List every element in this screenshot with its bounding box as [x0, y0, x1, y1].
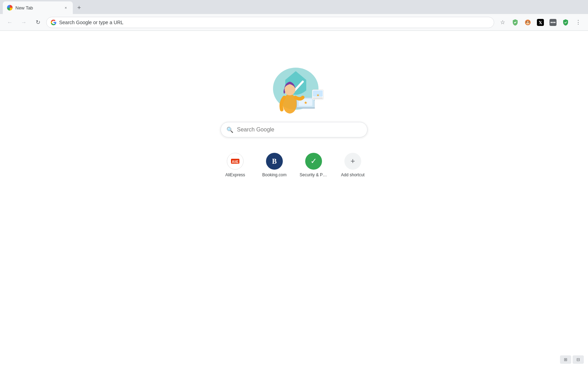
extension-more-button[interactable]	[547, 17, 559, 28]
search-input[interactable]	[237, 127, 362, 133]
svg-text:𝕏: 𝕏	[539, 20, 542, 25]
tab-title: New Tab	[15, 5, 60, 11]
search-bar[interactable]: 🔍	[220, 122, 368, 137]
refresh-icon: ↻	[36, 19, 40, 26]
svg-point-8	[552, 22, 554, 23]
security-icon: ✓	[305, 153, 322, 170]
shield-green-icon	[562, 19, 569, 26]
svg-point-1	[526, 21, 530, 25]
extension-fox-button[interactable]	[522, 17, 533, 28]
shortcut-booking[interactable]: B Booking.com	[258, 149, 291, 182]
svg-text:★: ★	[316, 93, 320, 97]
page-content: ★ ★ 🔍	[0, 31, 588, 368]
svg-point-2	[526, 21, 527, 22]
tab-close-button[interactable]: ×	[63, 5, 69, 11]
back-icon: ←	[7, 19, 13, 26]
active-tab[interactable]: New Tab ×	[3, 1, 73, 14]
booking-icon: B	[266, 153, 283, 170]
shortcut-security-label: Security & Priv...	[300, 172, 328, 177]
svg-point-3	[528, 21, 530, 22]
svg-point-9	[554, 22, 555, 23]
shortcuts-container: AliE AliExpress B Booking.com ✓ Security…	[218, 149, 370, 182]
svg-rect-20	[313, 97, 323, 99]
svg-text:AliE: AliE	[232, 160, 239, 164]
new-tab-button[interactable]: +	[74, 3, 84, 13]
toolbar-icons: ☆ 𝕏	[497, 17, 584, 28]
bottom-right-controls: ⊞ ⊟	[560, 355, 584, 364]
extensions-more-icon	[550, 19, 556, 26]
navigation-bar: ← → ↻ Search Google or type a URL ☆	[0, 14, 588, 31]
search-icon: 🔍	[226, 127, 233, 133]
shortcut-aliexpress[interactable]: AliE AliExpress	[218, 149, 252, 182]
bookmark-icon: ☆	[500, 19, 505, 26]
customize-icon: ⊞	[564, 357, 567, 362]
aliexpress-icon: AliE	[227, 153, 244, 170]
shortcut-add[interactable]: + Add shortcut	[336, 149, 370, 182]
shortcut-aliexpress-label: AliExpress	[225, 172, 245, 177]
svg-rect-14	[296, 107, 315, 109]
shortcut-security[interactable]: ✓ Security & Priv...	[297, 149, 330, 182]
fox-icon	[524, 19, 531, 26]
refresh-button[interactable]: ↻	[32, 17, 43, 28]
extension-x-button[interactable]: 𝕏	[535, 17, 546, 28]
search-container: 🔍	[220, 122, 368, 137]
expand-icon: ⊟	[576, 357, 580, 362]
shortcut-booking-label: Booking.com	[262, 172, 286, 177]
customize-button[interactable]: ⊞	[560, 355, 571, 364]
tab-favicon	[7, 5, 13, 11]
svg-text:★: ★	[304, 100, 308, 105]
back-button[interactable]: ←	[4, 17, 15, 28]
browser-frame: New Tab × + ← → ↻ Search Google or type …	[0, 0, 588, 368]
tab-bar: New Tab × +	[0, 0, 588, 14]
svg-point-7	[551, 22, 552, 23]
extension-shield-button[interactable]	[560, 17, 571, 28]
add-shortcut-icon: +	[344, 153, 361, 170]
menu-icon: ⋮	[575, 19, 581, 26]
google-logo-icon	[51, 20, 56, 25]
extension-adguard-button[interactable]	[510, 17, 521, 28]
hero-illustration: ★ ★	[259, 52, 329, 115]
address-text: Search Google or type a URL	[59, 20, 490, 25]
forward-icon: →	[21, 19, 27, 26]
shortcut-add-label: Add shortcut	[341, 172, 364, 177]
menu-button[interactable]: ⋮	[573, 17, 584, 28]
address-bar[interactable]: Search Google or type a URL	[46, 17, 494, 28]
expand-button[interactable]: ⊟	[573, 355, 584, 364]
bookmark-button[interactable]: ☆	[497, 17, 508, 28]
adguard-icon	[512, 19, 519, 26]
x-icon: 𝕏	[537, 19, 544, 26]
forward-button[interactable]: →	[18, 17, 29, 28]
